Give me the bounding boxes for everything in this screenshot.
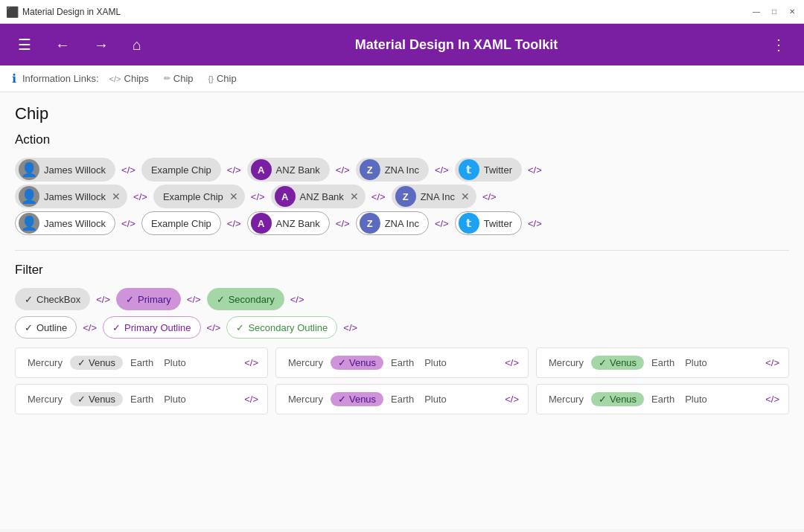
chip-anz-1[interactable]: A ANZ Bank <box>247 158 330 182</box>
chip-brace-text: Chip <box>217 73 237 84</box>
code-icon-pg3[interactable]: </> <box>765 357 779 368</box>
code-icon-pg2[interactable]: </> <box>505 357 519 368</box>
minimize-button[interactable]: — <box>750 6 762 18</box>
code-icon-pg1[interactable]: </> <box>244 357 258 368</box>
home-button[interactable]: ⌂ <box>127 33 147 57</box>
planet-pluto-3[interactable]: Pluto <box>682 356 710 370</box>
chip-example-3[interactable]: Example Chip <box>141 211 221 235</box>
secondary-outline-chip[interactable]: ✓ Secondary Outline <box>226 316 337 339</box>
code-icon-2a[interactable]: </> <box>133 191 147 202</box>
chip-example-1[interactable]: Example Chip <box>141 158 221 182</box>
chip-twitter-1[interactable]: 𝕥 Twitter <box>455 158 522 182</box>
chip-twitter-3[interactable]: 𝕥 Twitter <box>455 211 522 235</box>
planet-earth-3[interactable]: Earth <box>648 356 677 370</box>
planet-venus-selected-4[interactable]: ✓Venus <box>70 392 123 406</box>
checkbox-chip[interactable]: ✓ CheckBox <box>15 288 90 310</box>
action-title: Action <box>15 132 789 147</box>
chip-zna-2[interactable]: Z ZNA Inc ✕ <box>392 185 476 208</box>
planet-mercury-4[interactable]: Mercury <box>25 392 66 406</box>
chip-pencil-link[interactable]: ✏ Chip <box>159 71 198 86</box>
code-icon-2d[interactable]: </> <box>482 191 497 202</box>
code-icon-3b[interactable]: </> <box>227 218 241 229</box>
code-icon-3d[interactable]: </> <box>435 218 449 229</box>
code-icon-pg6[interactable]: </> <box>765 394 779 405</box>
chip-anz-3[interactable]: A ANZ Bank <box>247 211 330 235</box>
outline-chip[interactable]: ✓ Outline <box>15 316 77 339</box>
primary-chip[interactable]: ✓ Primary <box>116 288 181 310</box>
planet-group-5: Mercury ✓Venus Earth Pluto </> <box>275 384 529 414</box>
more-button[interactable]: ⋮ <box>765 33 792 57</box>
primary-outline-chip[interactable]: ✓ Primary Outline <box>103 316 201 339</box>
chip-brace-link[interactable]: {} Chip <box>204 71 241 86</box>
code-icon-3e[interactable]: </> <box>528 218 542 229</box>
code-icon-f1a[interactable]: </> <box>96 294 110 305</box>
code-icon-3c[interactable]: </> <box>336 218 350 229</box>
planet-earth-6[interactable]: Earth <box>648 392 677 406</box>
close-button[interactable]: ✕ <box>786 6 798 18</box>
chips-link[interactable]: </> Chips <box>105 71 153 86</box>
planet-pluto-4[interactable]: Pluto <box>161 392 189 406</box>
secondary-chip[interactable]: ✓ Secondary <box>207 288 284 310</box>
planet-mercury-5[interactable]: Mercury <box>285 392 326 406</box>
code-icon-2c[interactable]: </> <box>371 191 386 202</box>
close-icon-zna[interactable]: ✕ <box>461 190 470 202</box>
planet-venus-selected-2[interactable]: ✓Venus <box>331 356 383 370</box>
chip-james-willock-1[interactable]: 👤 James Willock <box>15 158 115 182</box>
chip-james-willock-2[interactable]: 👤 James Willock ✕ <box>15 185 127 208</box>
code-icon-1d[interactable]: </> <box>435 164 449 176</box>
code-icon-pg4[interactable]: </> <box>244 394 258 405</box>
back-button[interactable]: ← <box>49 33 76 57</box>
check-icon-outline-primary: ✓ <box>112 322 121 333</box>
app-icon: ⬛ <box>6 6 18 18</box>
chip-label: ANZ Bank <box>276 164 320 176</box>
window-controls[interactable]: — □ ✕ <box>750 6 798 18</box>
app-toolbar: ☰ ← → ⌂ Material Design In XAML Toolkit … <box>0 24 804 65</box>
code-icon-f2a[interactable]: </> <box>83 322 97 333</box>
forward-button[interactable]: → <box>88 33 115 57</box>
code-icon-2b[interactable]: </> <box>251 191 265 202</box>
code-icon-3a[interactable]: </> <box>121 218 135 229</box>
planet-mercury-3[interactable]: Mercury <box>546 356 587 370</box>
planet-pluto-2[interactable]: Pluto <box>421 356 450 370</box>
chip-label: ZNA Inc <box>421 191 455 202</box>
planet-pluto-1[interactable]: Pluto <box>161 356 189 370</box>
chip-anz-2[interactable]: A ANZ Bank ✕ <box>271 185 366 208</box>
planet-mercury-6[interactable]: Mercury <box>546 392 587 406</box>
planet-earth-1[interactable]: Earth <box>127 356 156 370</box>
code-icon-pg5[interactable]: </> <box>505 394 519 405</box>
info-bar: ℹ Information Links: </> Chips ✏ Chip {}… <box>0 65 804 92</box>
planet-pluto-5[interactable]: Pluto <box>421 392 450 406</box>
code-icon-1e[interactable]: </> <box>528 164 542 176</box>
chip-zna-1[interactable]: Z ZNA Inc <box>356 158 429 182</box>
close-icon-anz[interactable]: ✕ <box>350 190 359 202</box>
planet-mercury-1[interactable]: Mercury <box>25 356 66 370</box>
chip-label: Primary <box>138 294 171 305</box>
code-icon-1a[interactable]: </> <box>121 164 135 176</box>
code-icon-f1c[interactable]: </> <box>290 294 304 305</box>
planet-venus-selected-5[interactable]: ✓Venus <box>331 392 383 406</box>
chips-code-icon: </> <box>109 74 121 83</box>
menu-button[interactable]: ☰ <box>12 33 37 57</box>
chip-james-willock-3[interactable]: 👤 James Willock <box>15 211 115 235</box>
code-icon-f2b[interactable]: </> <box>207 322 221 333</box>
code-icon-1c[interactable]: </> <box>336 164 350 176</box>
chip-example-2[interactable]: Example Chip ✕ <box>153 185 245 208</box>
chip-zna-3[interactable]: Z ZNA Inc <box>356 211 429 235</box>
planet-venus-selected-1[interactable]: ✓Venus <box>70 356 123 370</box>
close-icon-jw[interactable]: ✕ <box>112 190 121 202</box>
planet-pluto-6[interactable]: Pluto <box>682 392 710 406</box>
code-icon-f2c[interactable]: </> <box>343 322 357 333</box>
planet-venus-selected-3[interactable]: ✓Venus <box>591 356 644 370</box>
planet-group-2: Mercury ✓Venus Earth Pluto </> <box>275 347 529 378</box>
planet-earth-2[interactable]: Earth <box>388 356 417 370</box>
chip-label: Example Chip <box>163 191 223 202</box>
maximize-button[interactable]: □ <box>768 6 780 18</box>
planet-venus-selected-6[interactable]: ✓Venus <box>591 392 644 406</box>
code-icon-f1b[interactable]: </> <box>187 294 201 305</box>
code-icon-1b[interactable]: </> <box>227 164 241 176</box>
planet-mercury-2[interactable]: Mercury <box>285 356 326 370</box>
planet-earth-5[interactable]: Earth <box>388 392 417 406</box>
planet-earth-4[interactable]: Earth <box>127 392 156 406</box>
close-icon-ex[interactable]: ✕ <box>229 190 238 202</box>
venus-check-4: ✓ <box>77 394 86 405</box>
